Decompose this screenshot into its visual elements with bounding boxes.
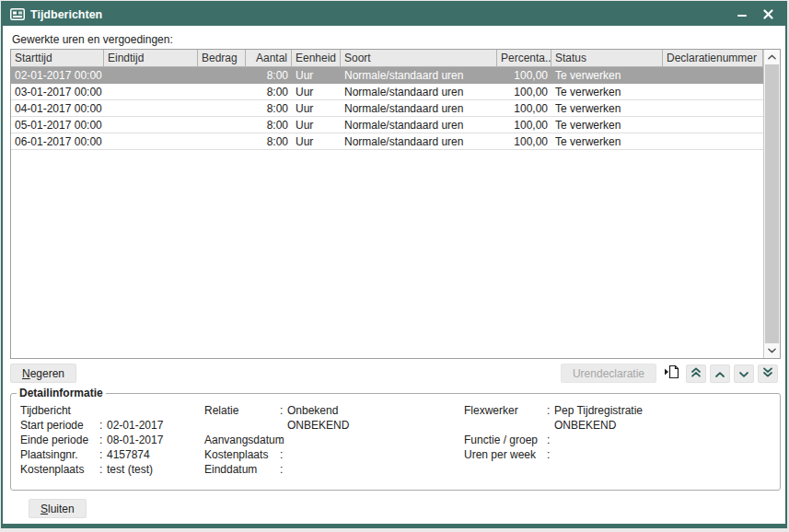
detail-value: 02-01-2017 <box>107 419 163 432</box>
goto-declaration-button[interactable] <box>660 364 682 383</box>
urendeclaratie-label: Urendeclaratie <box>573 367 644 380</box>
sluiten-label: Sluiten <box>41 503 75 515</box>
cell-eindtijd <box>104 117 198 133</box>
detail-field: Flexwerker : Pep Tijdregistratie <box>464 403 643 418</box>
cell-declaratienummer <box>663 84 763 99</box>
minimize-button[interactable] <box>732 6 752 24</box>
column-header-declaratienummer[interactable]: Declaratienummer <box>663 50 763 66</box>
detail-legend: Detailinformatie <box>17 387 106 399</box>
cell-aantal: 8:00 <box>246 117 292 133</box>
column-header-status[interactable]: Status <box>551 50 663 66</box>
sluiten-button[interactable]: Sluiten <box>29 499 87 518</box>
detail-separator: : <box>547 404 554 417</box>
cell-status: Te verwerken <box>551 117 663 133</box>
cell-eindtijd <box>104 100 198 116</box>
close-button[interactable] <box>758 6 778 24</box>
last-record-button[interactable] <box>758 364 778 383</box>
detail-separator: : <box>99 448 107 461</box>
record-navigation: Urendeclaratie <box>561 364 778 383</box>
column-header-eenheid[interactable]: Eenheid <box>292 50 341 66</box>
table-row[interactable]: 02-01-2017 00:008:00UurNormale/standaard… <box>11 67 763 84</box>
cell-eenheid: Uur <box>292 84 341 99</box>
double-chevron-down-icon <box>763 366 772 380</box>
cell-starttijd: 05-01-2017 00:00 <box>11 117 104 133</box>
action-row: Negeren Urendeclaratie <box>10 364 778 383</box>
cell-soort: Normale/standaard uren <box>341 67 497 83</box>
column-header-aantal[interactable]: Aantal <box>246 50 292 66</box>
cell-declaratienummer <box>663 117 763 133</box>
cell-percentage: 100,00 <box>497 117 551 133</box>
next-record-button[interactable] <box>734 364 754 383</box>
scrollbar-thumb[interactable] <box>765 64 779 343</box>
cell-starttijd: 04-01-2017 00:00 <box>11 100 104 116</box>
detail-label: Aanvangsdatum <box>204 434 280 446</box>
detail-label: Kostenplaats <box>20 463 99 476</box>
previous-record-button[interactable] <box>710 364 730 383</box>
cell-eindtijd <box>104 133 198 149</box>
cell-bedrag <box>198 67 246 83</box>
column-header-starttijd[interactable]: Starttijd <box>11 50 104 66</box>
vertical-scrollbar[interactable] <box>763 50 780 358</box>
cell-soort: Normale/standaard uren <box>341 133 497 149</box>
detail-field: Kostenplaats : test (test) <box>20 462 163 477</box>
first-record-button[interactable] <box>686 364 706 383</box>
detail-label: Uren per week <box>464 448 547 461</box>
detail-value: Onbekend <box>287 404 338 417</box>
table-row[interactable]: 03-01-2017 00:008:00UurNormale/standaard… <box>11 84 763 100</box>
grid-body: 02-01-2017 00:008:00UurNormale/standaard… <box>11 67 763 358</box>
worked-hours-grid: StarttijdEindtijdBedragAantalEenheidSoor… <box>10 49 781 359</box>
detail-separator: : <box>99 463 107 476</box>
cell-bedrag <box>198 133 246 149</box>
scroll-down-button[interactable] <box>764 343 780 358</box>
cell-aantal: 8:00 <box>246 67 292 83</box>
table-row[interactable]: 06-01-2017 00:008:00UurNormale/standaard… <box>11 133 763 150</box>
cell-eenheid: Uur <box>292 67 341 83</box>
detail-label: Kostenplaats <box>204 448 280 461</box>
cell-bedrag <box>198 84 246 99</box>
scroll-up-button[interactable] <box>764 50 780 64</box>
cell-aantal: 8:00 <box>246 84 292 99</box>
column-header-percentage[interactable]: Percenta... <box>497 50 551 66</box>
cell-eenheid: Uur <box>292 133 341 149</box>
cell-status: Te verwerken <box>551 67 663 83</box>
cell-aantal: 8:00 <box>246 133 292 149</box>
detail-value: ONBEKEND <box>554 419 616 432</box>
detail-field: Tijdbericht <box>20 403 163 418</box>
title-bar[interactable]: Tijdberichten <box>3 3 785 26</box>
cell-percentage: 100,00 <box>497 67 551 83</box>
urendeclaratie-button[interactable]: Urendeclaratie <box>561 364 656 383</box>
detail-value: test (test) <box>107 463 153 476</box>
grid-header: StarttijdEindtijdBedragAantalEenheidSoor… <box>11 50 763 67</box>
detail-label: Einde periode <box>20 434 99 446</box>
chevron-down-icon <box>739 366 748 380</box>
cell-starttijd: 02-01-2017 00:00 <box>11 67 104 83</box>
cell-bedrag <box>198 100 246 116</box>
detail-field: ONBEKEND <box>204 418 349 433</box>
detail-label: Relatie <box>204 404 280 417</box>
detail-label: Functie / groep <box>464 434 547 446</box>
table-row[interactable]: 05-01-2017 00:008:00UurNormale/standaard… <box>11 117 763 133</box>
cell-starttijd: 06-01-2017 00:00 <box>11 133 104 149</box>
cell-declaratienummer <box>663 67 763 83</box>
table-row[interactable]: 04-01-2017 00:008:00UurNormale/standaard… <box>11 100 763 117</box>
detail-separator: : <box>280 448 287 461</box>
cell-status: Te verwerken <box>551 84 663 99</box>
cell-declaratienummer <box>663 100 763 116</box>
detail-field: Aanvangsdatum : <box>204 433 349 447</box>
column-header-bedrag[interactable]: Bedrag <box>198 50 246 66</box>
cell-percentage: 100,00 <box>497 84 551 99</box>
column-header-eindtijd[interactable]: Eindtijd <box>104 50 198 66</box>
negeren-button[interactable]: Negeren <box>10 364 76 383</box>
cell-declaratienummer <box>663 133 763 149</box>
detail-separator: : <box>280 404 287 417</box>
detail-separator: : <box>547 434 554 446</box>
detail-field: ONBEKEND <box>464 418 643 433</box>
cell-status: Te verwerken <box>551 100 663 116</box>
detail-value: 4157874 <box>107 448 150 461</box>
grid-label: Gewerkte uren en vergoedingen: <box>12 33 173 46</box>
column-header-soort[interactable]: Soort <box>341 50 497 66</box>
cell-percentage: 100,00 <box>497 133 551 149</box>
cell-eenheid: Uur <box>292 117 341 133</box>
detail-label: Flexwerker <box>464 404 547 417</box>
cell-eenheid: Uur <box>292 100 341 116</box>
